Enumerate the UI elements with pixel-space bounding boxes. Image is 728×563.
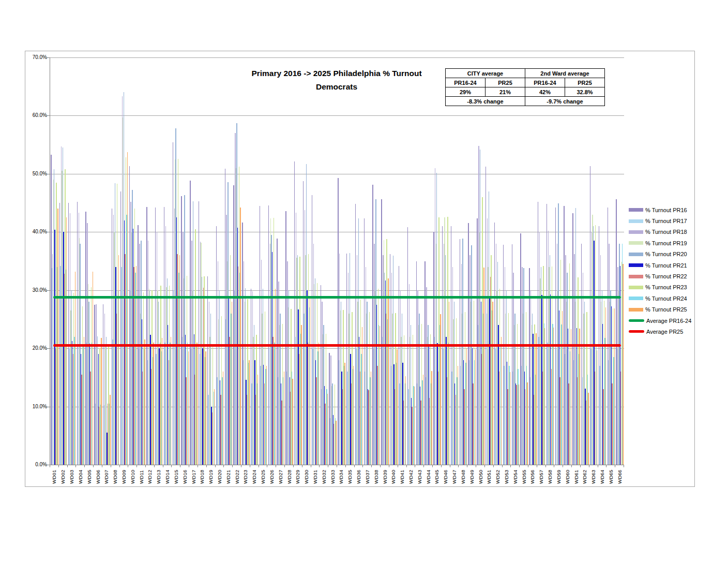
x-axis-tick xyxy=(128,465,128,467)
x-axis-tick xyxy=(589,465,589,467)
y-axis-label: 20.0% xyxy=(25,345,47,351)
bar-TurnoutPR25-WD14 xyxy=(171,337,171,465)
legend-item---turnout-pr24: % Turnout PR24 xyxy=(629,293,691,304)
x-axis-tick xyxy=(102,465,102,467)
x-axis-label-WD33: WD33 xyxy=(330,470,336,484)
legend-swatch-icon xyxy=(629,319,644,322)
x-axis-label-WD28: WD28 xyxy=(286,470,292,484)
bar-TurnoutPR25-WD53 xyxy=(510,372,510,465)
x-axis-tick xyxy=(458,465,459,467)
x-axis-label-WD45: WD45 xyxy=(434,470,439,484)
x-axis-tick xyxy=(450,465,450,467)
x-axis-tick xyxy=(423,465,424,467)
x-axis-label-WD19: WD19 xyxy=(208,470,214,484)
x-axis-label-WD44: WD44 xyxy=(426,470,431,484)
bar-TurnoutPR25-WD51 xyxy=(492,302,493,465)
bar-TurnoutPR25-WD37 xyxy=(371,372,371,465)
bar-TurnoutPR25-WD31 xyxy=(318,343,319,465)
plot-area xyxy=(50,57,624,465)
x-axis-tick xyxy=(337,465,337,467)
x-axis-tick xyxy=(67,465,68,467)
x-axis-tick xyxy=(311,465,311,467)
x-axis-label-WD18: WD18 xyxy=(199,470,205,484)
bar-TurnoutPR25-WD34 xyxy=(344,363,345,465)
x-axis-tick xyxy=(154,465,155,467)
bar-TurnoutPR25-WD66 xyxy=(623,264,623,465)
x-axis-tick xyxy=(206,465,207,467)
gridline-60 xyxy=(50,115,624,116)
x-axis-label-WD62: WD62 xyxy=(582,470,587,484)
y-axis-tick xyxy=(47,348,50,349)
bar-TurnoutPR25-WD13 xyxy=(162,338,162,465)
legend-item---turnout-pr25: % Turnout PR25 xyxy=(629,304,691,315)
bar-TurnoutPR25-WD42 xyxy=(414,387,415,465)
x-axis-label-WD34: WD34 xyxy=(338,470,344,484)
x-axis-tick xyxy=(180,465,180,467)
bar-TurnoutPR25-WD12 xyxy=(153,343,154,465)
x-axis-label-WD35: WD35 xyxy=(347,470,353,484)
bar-TurnoutPR25-WD40 xyxy=(397,349,397,465)
x-axis-label-WD61: WD61 xyxy=(573,470,579,484)
x-axis-label-WD41: WD41 xyxy=(399,470,405,484)
bar-TurnoutPR25-WD39 xyxy=(388,278,388,465)
x-axis-label-WD21: WD21 xyxy=(225,470,231,484)
x-axis-tick xyxy=(50,465,50,467)
legend-swatch-icon xyxy=(629,253,643,256)
legend-swatch-icon xyxy=(629,219,643,223)
bar-TurnoutPR25-WD27 xyxy=(284,372,284,465)
x-axis-tick xyxy=(493,465,494,467)
bar-TurnoutPR25-WD61 xyxy=(579,329,580,465)
average-line-average-pr25 xyxy=(53,344,621,347)
legend-label: % Turnout PR19 xyxy=(645,240,687,246)
x-axis-label-WD58: WD58 xyxy=(547,470,553,484)
x-axis-label-WD55: WD55 xyxy=(521,470,527,484)
bar-TurnoutPR25-WD60 xyxy=(571,329,571,465)
x-axis-label-WD22: WD22 xyxy=(234,470,240,484)
x-axis-tick xyxy=(345,465,346,467)
x-axis-tick xyxy=(537,465,537,467)
x-axis-tick xyxy=(215,465,216,467)
legend-label: % Turnout PR25 xyxy=(645,306,687,313)
legend-label: % Turnout PR23 xyxy=(645,284,687,290)
y-axis-label: 0.0% xyxy=(25,462,47,468)
bar-TurnoutPR25-WD32 xyxy=(327,394,328,465)
legend-item---turnout-pr21: % Turnout PR21 xyxy=(629,260,691,271)
x-axis-tick xyxy=(406,465,407,467)
x-axis-tick xyxy=(415,465,415,467)
bar-TurnoutPR25-WD21 xyxy=(232,302,232,465)
x-axis-label-WD37: WD37 xyxy=(365,470,370,484)
bar-TurnoutPR25-WD18 xyxy=(205,351,206,465)
x-axis-label-WD53: WD53 xyxy=(504,470,509,484)
legend-label: % Turnout PR18 xyxy=(645,229,687,235)
bar-TurnoutPR25-WD44 xyxy=(431,371,432,465)
bar-TurnoutPR25-WD36 xyxy=(362,327,362,465)
y-axis-label: 60.0% xyxy=(25,112,47,118)
x-axis-tick xyxy=(293,465,294,467)
legend-item---turnout-pr23: % Turnout PR23 xyxy=(629,282,691,293)
legend-item---turnout-pr19: % Turnout PR19 xyxy=(629,238,691,248)
legend-label: % Turnout PR24 xyxy=(645,295,687,302)
x-axis-tick xyxy=(362,465,363,467)
bar-TurnoutPR25-WD52 xyxy=(501,337,502,465)
legend-label: % Turnout PR22 xyxy=(645,273,687,279)
x-axis-label-WD09: WD09 xyxy=(121,470,127,484)
x-axis-label-WD04: WD04 xyxy=(78,470,83,484)
x-axis-label-WD12: WD12 xyxy=(147,470,153,484)
x-axis-tick xyxy=(606,465,606,467)
bar-TurnoutPR25-WD15 xyxy=(179,255,180,465)
y-axis-tick xyxy=(47,290,50,291)
bar-TurnoutPR25-WD63 xyxy=(597,350,597,465)
x-axis-label-WD43: WD43 xyxy=(417,470,422,484)
x-axis-tick xyxy=(250,465,250,467)
x-axis-label-WD13: WD13 xyxy=(156,470,161,484)
x-axis-label-WD46: WD46 xyxy=(443,470,448,484)
y-axis-label: 40.0% xyxy=(25,229,47,235)
bar-TurnoutPR25-WD20 xyxy=(223,372,223,465)
x-axis-tick xyxy=(58,465,59,467)
bar-TurnoutPR25-WD23 xyxy=(249,360,249,465)
x-axis-label-WD03: WD03 xyxy=(69,470,74,484)
x-axis-tick xyxy=(519,465,520,467)
bar-TurnoutPR25-WD03 xyxy=(75,272,75,465)
legend-swatch-icon xyxy=(629,241,643,245)
y-axis-tick xyxy=(47,174,50,174)
